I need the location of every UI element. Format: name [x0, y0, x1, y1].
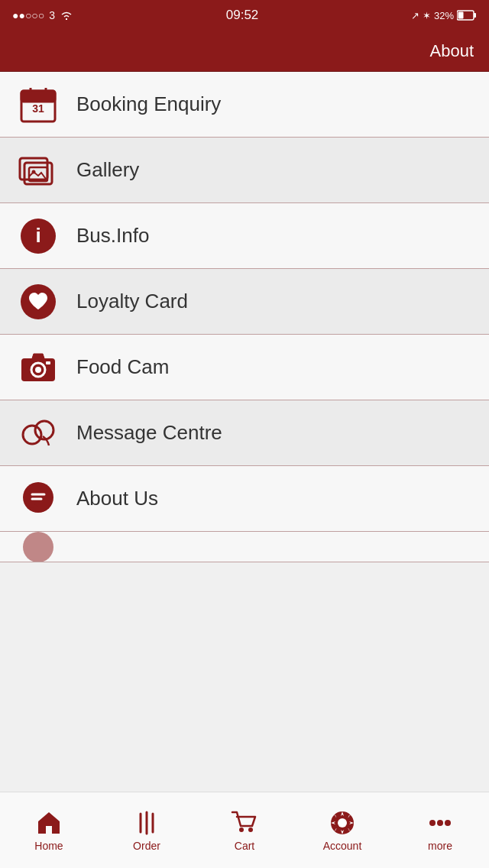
menu-item-gallery[interactable]: Gallery	[0, 138, 489, 203]
message-icon	[15, 410, 61, 456]
svg-point-33	[437, 820, 443, 826]
svg-point-34	[445, 820, 451, 826]
partial-icon	[15, 532, 61, 562]
carrier: 3	[49, 9, 55, 21]
svg-point-21	[23, 482, 53, 513]
svg-text:31: 31	[32, 102, 44, 115]
loyalty-card-label: Loyalty Card	[76, 290, 188, 313]
food-cam-label: Food Cam	[76, 355, 169, 379]
tab-item-cart[interactable]: Cart	[196, 792, 293, 868]
booking-enquiry-label: Booking Enquiry	[76, 92, 221, 116]
svg-rect-4	[21, 91, 55, 102]
more-tab-icon	[426, 809, 454, 837]
battery-text: 32%	[434, 10, 454, 21]
menu-item-bus-info[interactable]: i Bus.Info	[0, 203, 489, 269]
svg-rect-18	[46, 361, 50, 364]
menu-item-message-centre[interactable]: Message Centre	[0, 400, 489, 466]
status-time: 09:52	[226, 8, 259, 23]
account-tab-icon	[329, 809, 356, 837]
svg-point-24	[23, 532, 53, 562]
status-bar: ●●○○○ 3 09:52 ↗ ✶ 32%	[0, 0, 489, 31]
location-icon: ↗	[411, 10, 419, 21]
svg-point-28	[239, 828, 244, 832]
gallery-icon	[15, 147, 61, 193]
tab-item-account[interactable]: Account	[293, 792, 391, 868]
gallery-label: Gallery	[76, 158, 139, 182]
menu-list: 31 Booking Enquiry Gallery i Bus.Info	[0, 72, 489, 562]
wifi-icon	[60, 10, 73, 21]
menu-item-food-cam[interactable]: Food Cam	[0, 335, 489, 400]
cart-tab-icon	[231, 809, 258, 837]
calendar-icon: 31	[15, 82, 61, 128]
signal-dots: ●●○○○	[12, 9, 44, 21]
home-tab-label: Home	[34, 840, 63, 852]
tab-item-home[interactable]: Home	[0, 792, 98, 868]
chat-icon	[15, 476, 61, 522]
menu-item-loyalty-card[interactable]: Loyalty Card	[0, 269, 489, 335]
svg-point-19	[23, 426, 41, 444]
more-tab-label: more	[428, 840, 452, 852]
tab-bar: Home Order Cart	[0, 792, 489, 868]
svg-point-31	[338, 818, 347, 828]
bus-info-label: Bus.Info	[76, 224, 149, 248]
account-tab-label: Account	[323, 840, 362, 852]
status-right: ↗ ✶ 32%	[411, 10, 477, 21]
menu-item-partial	[0, 532, 489, 562]
nav-title: About	[430, 41, 474, 61]
about-us-label: About Us	[76, 487, 158, 510]
cart-tab-label: Cart	[235, 840, 254, 852]
svg-point-17	[35, 367, 41, 373]
order-tab-icon	[133, 809, 160, 837]
svg-text:i: i	[35, 224, 40, 247]
order-tab-label: Order	[133, 840, 160, 852]
bluetooth-icon: ✶	[423, 10, 431, 21]
tab-item-order[interactable]: Order	[98, 792, 196, 868]
svg-point-11	[32, 170, 36, 173]
svg-point-32	[429, 820, 436, 826]
home-tab-icon	[35, 809, 63, 837]
message-centre-label: Message Centre	[76, 421, 222, 445]
info-icon: i	[15, 213, 61, 259]
battery-icon	[457, 10, 477, 21]
svg-point-29	[248, 828, 253, 832]
tab-item-more[interactable]: more	[391, 792, 489, 868]
status-left: ●●○○○ 3	[12, 9, 73, 21]
nav-header: About	[0, 31, 489, 72]
menu-item-about-us[interactable]: About Us	[0, 466, 489, 532]
svg-rect-1	[474, 13, 476, 18]
svg-rect-2	[458, 12, 464, 19]
heart-icon	[15, 279, 61, 325]
camera-icon	[15, 345, 61, 390]
menu-item-booking-enquiry[interactable]: 31 Booking Enquiry	[0, 72, 489, 138]
